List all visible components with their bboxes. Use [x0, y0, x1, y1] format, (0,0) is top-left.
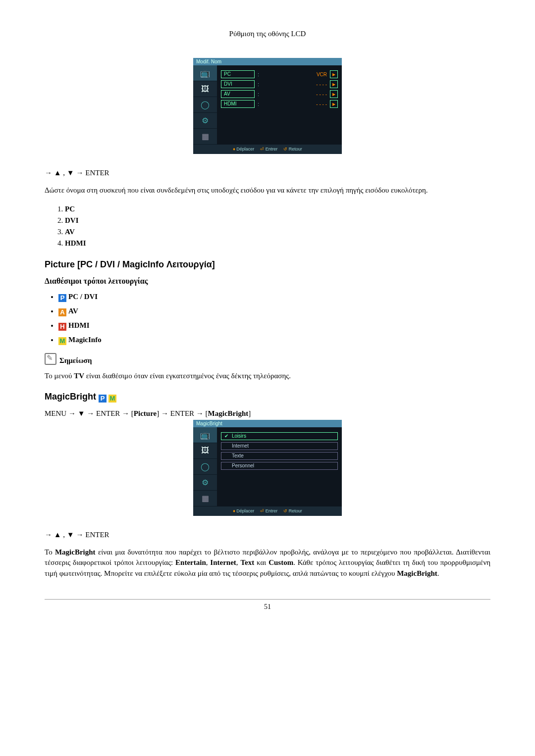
osd-tab-sound[interactable]: ◯	[193, 459, 217, 475]
note-icon	[45, 353, 56, 365]
osd-tab-input[interactable]: 📺	[193, 65, 217, 81]
nav-instruction-1: → ▲ , ▼ → ENTER	[45, 169, 490, 177]
osd-icon-column: 📺 🖼 ◯ ⚙ ▦	[193, 65, 217, 145]
footer-rule	[45, 599, 490, 600]
osd-row-dvi[interactable]: DVI : - - - - ▶	[221, 80, 338, 88]
osd-row-value: - - - -	[264, 82, 327, 87]
mode-list: PPC / DVI AAV HHDMI MMagicInfo	[45, 293, 490, 345]
mode-item-hdmi: HHDMI	[58, 321, 490, 331]
osd-tab-input[interactable]: 📺	[193, 427, 217, 443]
list-item: 4. HDMI	[57, 239, 490, 248]
osd-title: Modif. Nom	[193, 58, 342, 65]
osd-row-value: VCR	[264, 72, 327, 77]
badge-m-icon: M	[108, 395, 116, 403]
list-item: 2. DVI	[57, 216, 490, 225]
list-item: 3. AV	[57, 228, 490, 236]
osd-row-label: HDMI	[221, 100, 255, 108]
paragraph-magicbright: Το MagicBright είναι μια δυνατότητα που …	[45, 547, 490, 579]
osd-row-value: - - - -	[264, 101, 327, 107]
osd-tab-sound[interactable]: ◯	[193, 97, 217, 113]
note-text: Το μενού TV είναι διαθέσιμο όταν είναι ε…	[45, 371, 490, 382]
subsection-modes-title: Διαθέσιμοι τρόποι λειτουργίας	[45, 277, 490, 286]
osd-tab-picture[interactable]: 🖼	[193, 81, 217, 97]
osd-row-hdmi[interactable]: HDMI : - - - - ▶	[221, 100, 338, 108]
chevron-right-icon[interactable]: ▶	[330, 70, 338, 78]
osd-row-label: DVI	[221, 80, 255, 88]
header-title: Ρύθμιση της οθόνης LCD	[229, 30, 306, 38]
osd-tab-setup[interactable]: ⚙	[193, 113, 217, 129]
note-heading: Σημείωση	[45, 353, 490, 365]
mode-item-pcdvi: PPC / DVI	[58, 293, 490, 302]
osd-row-label: PC	[221, 70, 255, 78]
chevron-right-icon[interactable]: ▶	[330, 100, 338, 108]
osd-icon-column: 📺 🖼 ◯ ⚙ ▦	[193, 427, 217, 506]
badge-p-icon: P	[58, 294, 66, 302]
osd-panel-modif-nom: Modif. Nom 📺 🖼 ◯ ⚙ ▦ PC : VCR ▶ DVI : - …	[193, 58, 342, 154]
chevron-right-icon[interactable]: ▶	[330, 90, 338, 98]
osd-tab-picture[interactable]: 🖼	[193, 443, 217, 459]
paragraph-name-device: Δώστε όνομα στη συσκευή που είναι συνδεδ…	[45, 185, 490, 196]
osd-title: MagicBright	[193, 420, 342, 427]
input-source-list: 1. PC 2. DVI 3. AV 4. HDMI	[45, 205, 490, 248]
osd-option-internet[interactable]: Internet	[221, 442, 338, 450]
osd-option-personnel[interactable]: Personnel	[221, 462, 338, 470]
nav-instruction-2: → ▲ , ▼ → ENTER	[45, 531, 490, 539]
page-header: Ρύθμιση της οθόνης LCD	[45, 30, 490, 38]
osd-row-value: - - - -	[264, 92, 327, 97]
page-number: 51	[45, 603, 490, 611]
badge-m-icon: M	[58, 337, 66, 345]
osd-row-pc[interactable]: PC : VCR ▶	[221, 70, 338, 78]
section-magicbright-title: MagicBright PM	[45, 392, 490, 403]
section-picture-title: Picture [PC / DVI / MagicInfo Λειτουργία…	[45, 259, 490, 270]
badge-a-icon: A	[58, 308, 66, 316]
mode-item-magicinfo: MMagicInfo	[58, 336, 490, 345]
badge-p-icon: P	[99, 395, 107, 403]
menu-path-magicbright: MENU → ▼ → ENTER → [Picture] → ENTER → […	[45, 409, 490, 418]
osd-footer: ♦ Déplacer ⏎ Entrer ↺ Retour	[193, 506, 342, 516]
badge-h-icon: H	[58, 323, 66, 331]
mode-item-av: AAV	[58, 307, 490, 316]
chevron-right-icon[interactable]: ▶	[330, 80, 338, 88]
list-item: 1. PC	[57, 205, 490, 213]
osd-row-av[interactable]: AV : - - - - ▶	[221, 90, 338, 98]
osd-tab-multi[interactable]: ▦	[193, 129, 217, 145]
osd-tab-setup[interactable]: ⚙	[193, 475, 217, 491]
osd-footer: ♦ Déplacer ⏎ Entrer ↺ Retour	[193, 145, 342, 154]
osd-option-texte[interactable]: Texte	[221, 452, 338, 460]
osd-option-loisirs[interactable]: ✔Loisirs	[221, 432, 338, 440]
osd-tab-multi[interactable]: ▦	[193, 491, 217, 506]
osd-row-label: AV	[221, 90, 255, 98]
osd-panel-magicbright: MagicBright 📺 🖼 ◯ ⚙ ▦ ✔Loisirs Internet …	[193, 420, 342, 516]
